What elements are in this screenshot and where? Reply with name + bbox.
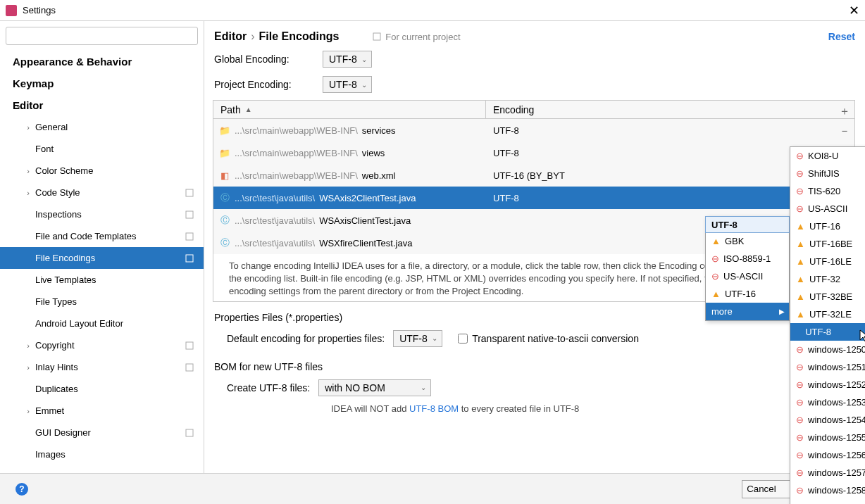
encoding-option[interactable]: ⊖windows-1250 — [790, 341, 865, 358]
chevron-down-icon: ⌄ — [361, 56, 367, 63]
encoding-option[interactable]: ⊖ISO-8859-1 — [706, 250, 789, 267]
encoding-option[interactable]: ▲GBK — [706, 232, 789, 250]
encoding-option[interactable]: ⊖windows-1251 — [790, 358, 865, 376]
encoding-option-label: windows-1252 — [808, 379, 865, 390]
sidebar-item-live-templates[interactable]: Live Templates — [0, 269, 204, 291]
encoding-option[interactable]: ▲UTF-16 — [790, 218, 865, 235]
global-encoding-dropdown[interactable]: UTF-8⌄ — [323, 51, 372, 68]
transparent-checkbox[interactable]: Transparent native-to-ascii conversion — [458, 333, 639, 344]
sidebar-item-editor[interactable]: ⌄Editor — [0, 94, 204, 116]
col-encoding[interactable]: Encoding — [486, 101, 541, 118]
encoding-option[interactable]: ⊖TIS-620 — [790, 182, 865, 200]
help-icon[interactable]: ? — [15, 483, 28, 496]
cancel-button[interactable]: Cancel — [742, 480, 792, 498]
settings-tree[interactable]: ›Appearance & BehaviorKeymap⌄Editor›Gene… — [0, 51, 204, 504]
add-button[interactable]: ＋ — [837, 103, 852, 119]
encoding-option[interactable]: UTF-8 — [790, 323, 865, 341]
sidebar-item-images[interactable]: Images — [0, 443, 204, 465]
sidebar-item-inspections[interactable]: Inspections — [0, 203, 204, 225]
error-icon: ⊖ — [796, 151, 804, 161]
close-icon[interactable]: ✕ — [849, 3, 859, 18]
sidebar-item-label: Font — [35, 144, 54, 154]
warning-icon: ▲ — [711, 236, 721, 246]
sidebar-item-label: GUI Designer — [35, 427, 91, 438]
encoding-popup[interactable]: UTF-8 ▲GBK⊖ISO-8859-1⊖US-ASCII▲UTF-16 mo… — [705, 216, 790, 321]
encoding-option[interactable]: ⊖windows-1256 — [790, 446, 865, 464]
sidebar-item-file-types[interactable]: File Types — [0, 291, 204, 313]
sidebar-item-code-style[interactable]: ›Code Style — [0, 182, 204, 203]
encoding-option[interactable]: ⊖windows-1254 — [790, 411, 865, 429]
svg-rect-2 — [186, 233, 193, 240]
sidebar-item-color-scheme[interactable]: ›Color Scheme — [0, 160, 204, 182]
sidebar-item-file-and-code-templates[interactable]: File and Code Templates — [0, 225, 204, 247]
chevron-icon: ⌄ — [14, 101, 23, 110]
encoding-option[interactable]: ⊖windows-1252 — [790, 376, 865, 393]
svg-rect-0 — [186, 189, 193, 196]
encoding-cell[interactable]: UTF-8 — [486, 125, 854, 136]
app-icon — [6, 5, 17, 16]
svg-rect-4 — [186, 342, 193, 349]
sidebar-item-file-encodings[interactable]: File Encodings — [0, 247, 204, 269]
encoding-option[interactable]: ▲UTF-16BE — [790, 235, 865, 253]
table-row[interactable]: 📁...\src\main\webapp\WEB-INF\viewsUTF-8 — [213, 141, 854, 164]
encoding-option[interactable]: ▲UTF-32BE — [790, 288, 865, 305]
encoding-option-label: UTF-16 — [809, 221, 840, 232]
encoding-option[interactable]: ⊖US-ASCII — [706, 267, 789, 285]
chevron-right-icon: ▶ — [779, 308, 785, 315]
encoding-option[interactable]: ⊖ShiftJIS — [790, 165, 865, 182]
encoding-option-label: UTF-32LE — [809, 309, 852, 320]
col-path[interactable]: Path▲ — [213, 101, 486, 118]
encoding-option[interactable]: ⊖windows-1258 — [790, 481, 865, 499]
sidebar-item-font[interactable]: Font — [0, 138, 204, 160]
path-name: WSAxisClientTest.java — [319, 215, 411, 226]
sidebar-item-label: Android Layout Editor — [35, 318, 123, 329]
project-marker-icon — [185, 210, 194, 219]
table-row[interactable]: Ⓒ...\src\test\java\utils\WSAxis2ClientTe… — [213, 187, 854, 209]
sidebar-item-keymap[interactable]: Keymap — [0, 73, 204, 94]
sidebar-item-label: Duplicates — [35, 384, 78, 394]
sidebar-item-gui-designer[interactable]: GUI Designer — [0, 422, 204, 443]
error-icon: ⊖ — [711, 253, 719, 264]
sidebar-item-android-layout-editor[interactable]: Android Layout Editor — [0, 313, 204, 334]
sidebar-item-label: Color Scheme — [35, 165, 93, 176]
encoding-option[interactable]: ⊖windows-1257 — [790, 464, 865, 481]
encoding-option-label: UTF-16BE — [809, 239, 852, 249]
sidebar-item-label: General — [35, 122, 68, 132]
remove-button[interactable]: － — [837, 123, 852, 139]
encoding-option[interactable]: ▲UTF-16 — [706, 285, 789, 303]
search-input[interactable] — [6, 27, 198, 45]
encoding-option-label: windows-1250 — [808, 344, 865, 355]
sidebar-item-label: Emmet — [35, 405, 64, 416]
encoding-option[interactable]: ⊖US-ASCII — [790, 200, 865, 218]
encoding-option[interactable]: ▲UTF-32LE — [790, 305, 865, 323]
path-prefix: ...\src\test\java\utils\ — [235, 215, 315, 226]
sidebar-item-inlay-hints[interactable]: ›Inlay Hints — [0, 356, 204, 378]
encoding-option[interactable]: ▲UTF-32 — [790, 270, 865, 288]
create-utf8-dropdown[interactable]: with NO BOM⌄ — [318, 379, 431, 396]
sidebar-item-emmet[interactable]: ›Emmet — [0, 400, 204, 422]
project-marker-icon — [185, 189, 194, 197]
table-row[interactable]: 📁...\src\main\webapp\WEB-INF\servicesUTF… — [213, 119, 854, 141]
encoding-more-item[interactable]: more▶ — [706, 303, 789, 320]
sidebar-item-copyright[interactable]: ›Copyright — [0, 334, 204, 356]
path-prefix: ...\src\main\webapp\WEB-INF\ — [235, 170, 358, 181]
sidebar-item-duplicates[interactable]: Duplicates — [0, 378, 204, 400]
warning-icon: ▲ — [796, 274, 805, 284]
utf8-bom-link[interactable]: UTF-8 BOM — [409, 403, 459, 414]
properties-default-dropdown[interactable]: UTF-8⌄ — [393, 330, 442, 347]
error-icon: ⊖ — [796, 415, 804, 425]
encoding-more-popup[interactable]: ⊖KOI8-U⊖ShiftJIS⊖TIS-620⊖US-ASCII▲UTF-16… — [790, 146, 865, 504]
encoding-option[interactable]: ⊖KOI8-U — [790, 147, 865, 165]
project-encoding-dropdown[interactable]: UTF-8⌄ — [323, 76, 372, 93]
error-icon: ⊖ — [796, 467, 804, 478]
encoding-option[interactable]: ⊖windows-31j — [790, 499, 865, 504]
chevron-down-icon: ⌄ — [432, 334, 437, 342]
encoding-option[interactable]: ⊖windows-1253 — [790, 393, 865, 411]
encoding-option[interactable]: ⊖windows-1255 — [790, 429, 865, 446]
path-prefix: ...\src\main\webapp\WEB-INF\ — [235, 148, 358, 158]
encoding-option[interactable]: ▲UTF-16LE — [790, 253, 865, 270]
sidebar-item-general[interactable]: ›General — [0, 116, 204, 138]
reset-link[interactable]: Reset — [828, 31, 855, 42]
sidebar-item-appearance-behavior[interactable]: ›Appearance & Behavior — [0, 51, 204, 73]
table-row[interactable]: ◧...\src\main\webapp\WEB-INF\web.xmlUTF-… — [213, 164, 854, 187]
